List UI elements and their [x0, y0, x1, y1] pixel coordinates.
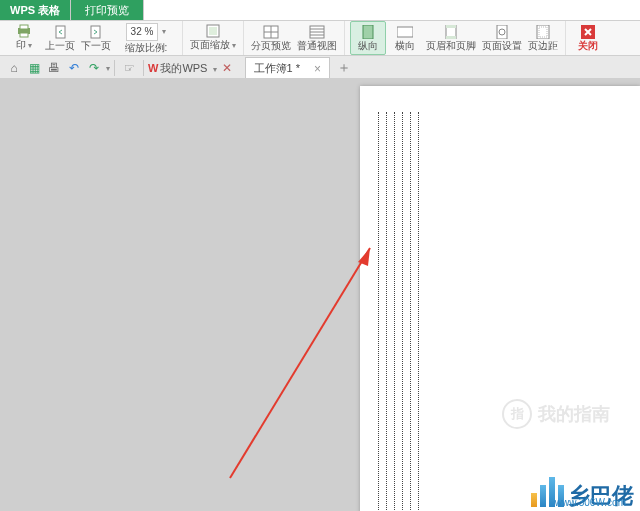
- landscape-label: 横向: [395, 40, 415, 52]
- print-button[interactable]: 印▾: [7, 22, 41, 54]
- page-break-preview-button[interactable]: 分页预览: [249, 22, 293, 54]
- print-label: 印: [16, 39, 26, 50]
- qa-redo-icon[interactable]: ↷: [85, 59, 103, 77]
- portrait-button[interactable]: 纵向: [350, 21, 386, 55]
- page-zoom-label: 页面缩放: [190, 39, 230, 50]
- page-prev-icon: [52, 25, 68, 39]
- printer-icon: [16, 24, 32, 38]
- zoom-label: 缩放比例:: [125, 42, 168, 54]
- svg-line-24: [230, 248, 370, 478]
- svg-rect-14: [363, 25, 373, 39]
- document-tab[interactable]: 工作簿1 * ×: [245, 57, 330, 80]
- page-next-icon: [88, 25, 104, 39]
- watermark-url: www.306W.com: [555, 497, 626, 508]
- svg-rect-3: [56, 26, 65, 38]
- zoom-value[interactable]: 32 %: [126, 23, 159, 41]
- margins-button[interactable]: 页边距: [526, 22, 560, 54]
- chevron-down-icon: ▾: [213, 65, 217, 74]
- ribbon-tab-label: 打印预览: [85, 4, 129, 16]
- app-name-chip: WPS 表格: [0, 0, 70, 20]
- close-icon: [580, 25, 596, 39]
- ribbon-tab-print-preview[interactable]: 打印预览: [70, 0, 144, 20]
- landscape-button[interactable]: 横向: [388, 22, 422, 54]
- preview-workspace: 指 我的指南 乡巴佬 www.306W.com: [0, 78, 640, 511]
- svg-rect-6: [209, 27, 217, 35]
- header-footer-icon: [443, 25, 459, 39]
- watermark-logo-icon: 指: [502, 399, 532, 429]
- normal-view-icon: [309, 25, 325, 39]
- qa-print-icon[interactable]: 🖶: [45, 59, 63, 77]
- watermark-guide-text: 我的指南: [538, 402, 610, 426]
- page-zoom-icon: [205, 24, 221, 38]
- wps-logo-icon: W: [148, 62, 158, 74]
- preview-content-columns: [378, 112, 420, 511]
- qa-save-icon[interactable]: ▦: [25, 59, 43, 77]
- chevron-down-icon[interactable]: ▾: [162, 27, 166, 36]
- page-setup-icon: [494, 25, 510, 39]
- qa-close-icon[interactable]: ✕: [218, 59, 236, 77]
- prev-page-button[interactable]: 上一页: [43, 22, 77, 54]
- margins-icon: [535, 25, 551, 39]
- close-preview-button[interactable]: 关闭: [571, 22, 605, 54]
- next-page-label: 下一页: [81, 40, 111, 52]
- app-name: WPS 表格: [10, 4, 60, 16]
- separator: [143, 60, 144, 76]
- svg-rect-4: [91, 26, 100, 38]
- margins-label: 页边距: [528, 40, 558, 52]
- qa-home-icon[interactable]: ⌂: [5, 59, 23, 77]
- chevron-down-icon: ▾: [28, 41, 32, 50]
- normal-view-label: 普通视图: [297, 40, 337, 52]
- ribbon: 印▾ 上一页 下一页 32 % ▾ 缩放比例:: [0, 21, 640, 56]
- normal-view-button[interactable]: 普通视图: [295, 22, 339, 54]
- mywps-button[interactable]: 我的WPS ▾: [160, 61, 216, 76]
- chevron-down-icon: ▾: [232, 41, 236, 50]
- svg-rect-2: [20, 33, 28, 37]
- watermark-site: 乡巴佬 www.306W.com: [531, 477, 634, 507]
- svg-rect-15: [397, 27, 413, 37]
- chevron-down-icon[interactable]: ▾: [106, 64, 110, 73]
- qa-touch-icon[interactable]: ☞: [120, 59, 138, 77]
- svg-rect-18: [446, 36, 456, 39]
- next-page-button[interactable]: 下一页: [79, 22, 113, 54]
- qa-undo-icon[interactable]: ↶: [65, 59, 83, 77]
- page-zoom-button[interactable]: 页面缩放▾: [188, 22, 238, 54]
- preview-page: [360, 86, 640, 511]
- watermark-guide: 指 我的指南: [502, 399, 610, 429]
- landscape-icon: [397, 25, 413, 39]
- page-break-icon: [263, 25, 279, 39]
- new-tab-button[interactable]: ＋: [336, 59, 352, 77]
- page-setup-button[interactable]: 页面设置: [480, 22, 524, 54]
- title-bar: WPS 表格 打印预览: [0, 0, 640, 21]
- close-label: 关闭: [578, 40, 598, 52]
- page-setup-label: 页面设置: [482, 40, 522, 52]
- separator: [114, 60, 115, 76]
- prev-page-label: 上一页: [45, 40, 75, 52]
- portrait-icon: [360, 25, 376, 39]
- document-tab-label: 工作簿1 *: [254, 61, 300, 76]
- svg-rect-1: [20, 25, 28, 29]
- page-break-label: 分页预览: [251, 40, 291, 52]
- header-footer-label: 页眉和页脚: [426, 40, 476, 52]
- header-footer-button[interactable]: 页眉和页脚: [424, 22, 478, 54]
- tab-close-icon[interactable]: ×: [314, 62, 321, 76]
- zoom-group: 32 % ▾ 缩放比例:: [115, 22, 177, 54]
- portrait-label: 纵向: [358, 40, 378, 52]
- svg-rect-17: [446, 25, 456, 28]
